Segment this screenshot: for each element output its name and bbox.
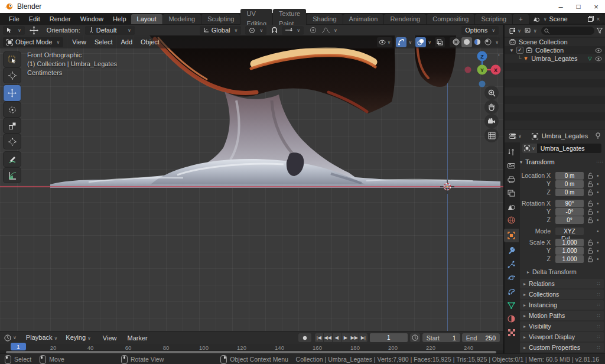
- panel-collections[interactable]: ▸Collections∷: [520, 290, 604, 299]
- hide-eye-icon[interactable]: [595, 48, 602, 53]
- scale-z-field[interactable]: 1.000: [555, 255, 584, 263]
- tab-constraints[interactable]: [504, 285, 519, 298]
- location-y-field[interactable]: 0 m: [555, 180, 584, 188]
- camera-view-button[interactable]: [484, 114, 499, 128]
- object-id-dropdown[interactable]: ∨: [522, 144, 537, 153]
- tab-object-data[interactable]: [504, 299, 519, 311]
- options-dropdown[interactable]: Options ∨: [461, 26, 499, 35]
- rotation-z-field[interactable]: 0°: [555, 216, 584, 224]
- workspace-tab-shading[interactable]: Shading: [307, 14, 342, 24]
- timeline-menu-marker[interactable]: Marker: [123, 333, 152, 343]
- animate-dot[interactable]: •: [597, 188, 599, 196]
- menu-render[interactable]: Render: [45, 13, 76, 25]
- scale-x-field[interactable]: 1.000: [555, 239, 584, 246]
- tool-cursor[interactable]: [4, 68, 21, 83]
- scene-selector[interactable]: ∨ Scene ×: [529, 14, 604, 24]
- workspace-tab-sculpting[interactable]: Sculpting: [201, 14, 240, 24]
- shading-dropdown-chevron[interactable]: ∨: [495, 40, 499, 45]
- previous-keyframe-button[interactable]: ◀◀: [324, 333, 332, 342]
- timeline-menu-view[interactable]: View: [99, 333, 121, 343]
- tab-world[interactable]: [504, 214, 519, 226]
- scene-name[interactable]: Scene: [549, 15, 586, 22]
- tool-annotate[interactable]: [4, 152, 21, 167]
- gizmos-toggle[interactable]: [396, 37, 406, 47]
- animate-dot[interactable]: •: [597, 208, 599, 216]
- panel-relations[interactable]: ▸Relations∷: [520, 279, 604, 288]
- xray-toggle[interactable]: [435, 37, 445, 47]
- tab-render[interactable]: [504, 160, 519, 172]
- animate-dot[interactable]: •: [597, 172, 599, 180]
- maximize-button[interactable]: □: [570, 2, 587, 11]
- tab-scene[interactable]: [504, 200, 519, 213]
- playhead[interactable]: 1: [11, 343, 26, 350]
- object-name-input[interactable]: Umbra_Legates: [537, 144, 601, 153]
- proportional-editing-toggle[interactable]: [308, 26, 318, 35]
- navigation-gizmo[interactable]: Z Y X: [461, 48, 503, 91]
- timeline-editor-type-button[interactable]: ∨: [2, 333, 18, 343]
- collection-expand-arrow[interactable]: ▼: [509, 48, 514, 53]
- viewport-3d[interactable]: Object Mode ∨ View Select Add Object ∨ ∨…: [0, 35, 503, 331]
- menu-window[interactable]: Window: [76, 13, 108, 25]
- workspace-tab-scripting[interactable]: Scripting: [475, 14, 512, 24]
- tab-tool[interactable]: [504, 146, 519, 158]
- location-z-field[interactable]: 0 m: [555, 188, 584, 196]
- delta-transform-panel[interactable]: ▸ Delta Transform: [527, 268, 604, 276]
- location-x-field[interactable]: 0 m: [555, 172, 584, 180]
- workspace-tab-layout[interactable]: Layout: [131, 14, 162, 24]
- panel-viewport-display[interactable]: ▸Viewport Display∷: [520, 332, 604, 342]
- new-scene-icon[interactable]: [588, 16, 594, 22]
- tab-material[interactable]: [504, 313, 519, 325]
- snap-target-dropdown[interactable]: ∨: [245, 26, 266, 35]
- collection-checkbox[interactable]: ✓: [516, 47, 523, 54]
- outliner-search-field[interactable]: [541, 27, 594, 35]
- use-preview-range-toggle[interactable]: [410, 333, 420, 342]
- workspace-tab-add[interactable]: +: [513, 14, 528, 24]
- cursor-3d[interactable]: [440, 180, 454, 194]
- workspace-tab-compositing[interactable]: Compositing: [427, 14, 474, 24]
- hide-eye-icon[interactable]: [595, 56, 602, 61]
- tool-scale[interactable]: [4, 118, 21, 133]
- object-type-visibility-dropdown[interactable]: ∨: [377, 37, 393, 47]
- pan-view-button[interactable]: [484, 100, 499, 114]
- outliner-row-collection[interactable]: ▼ ✓ Collection: [505, 46, 605, 54]
- scale-y-field[interactable]: 1.000: [555, 247, 584, 255]
- model-umbra-legates[interactable]: [0, 35, 503, 331]
- menu-edit[interactable]: Edit: [24, 13, 45, 25]
- lock-open-icon[interactable]: [587, 256, 593, 262]
- tab-particles[interactable]: [504, 258, 519, 271]
- tab-view-layer[interactable]: [504, 187, 519, 199]
- pin-icon[interactable]: [595, 132, 601, 139]
- animate-dot[interactable]: •: [597, 247, 599, 255]
- transform-orientation-dropdown[interactable]: Global ∨: [200, 26, 242, 35]
- scene-dropdown-chevron[interactable]: ∨: [544, 17, 547, 22]
- unlink-scene-icon[interactable]: ×: [596, 16, 600, 22]
- outliner-row-scene-collection[interactable]: Scene Collection: [505, 38, 605, 46]
- tool-transform[interactable]: [4, 134, 21, 149]
- close-button[interactable]: ×: [587, 2, 605, 11]
- rotation-x-field[interactable]: 90°: [555, 200, 584, 207]
- play-button[interactable]: ▶: [341, 333, 350, 342]
- lock-open-icon[interactable]: [587, 189, 593, 196]
- gizmos-dropdown-chevron[interactable]: ∨: [408, 40, 412, 45]
- snap-with-dropdown[interactable]: ∨: [282, 26, 304, 35]
- tool-measure[interactable]: [4, 168, 21, 183]
- tab-output[interactable]: [504, 173, 519, 186]
- lock-open-icon[interactable]: [587, 248, 593, 254]
- rotation-y-field[interactable]: -0°: [555, 208, 584, 216]
- overlays-toggle[interactable]: [415, 37, 426, 47]
- tool-move[interactable]: [4, 85, 21, 101]
- zoom-view-button[interactable]: [484, 86, 499, 100]
- tab-texture[interactable]: [504, 326, 519, 339]
- shading-solid-button[interactable]: [461, 37, 472, 47]
- snap-toggle[interactable]: [269, 26, 279, 35]
- filter-icon[interactable]: [597, 28, 603, 34]
- animate-dot[interactable]: •: [597, 200, 599, 207]
- tool-select-box[interactable]: [4, 52, 21, 67]
- start-frame-field[interactable]: Start 1: [422, 333, 460, 342]
- auto-keying-toggle[interactable]: [298, 333, 311, 342]
- properties-editor-type-button[interactable]: ∨: [507, 131, 523, 141]
- animate-dot[interactable]: •: [597, 180, 599, 188]
- lock-open-icon[interactable]: [587, 209, 593, 215]
- overlays-dropdown-chevron[interactable]: ∨: [428, 40, 431, 45]
- shading-wireframe-button[interactable]: [451, 37, 461, 47]
